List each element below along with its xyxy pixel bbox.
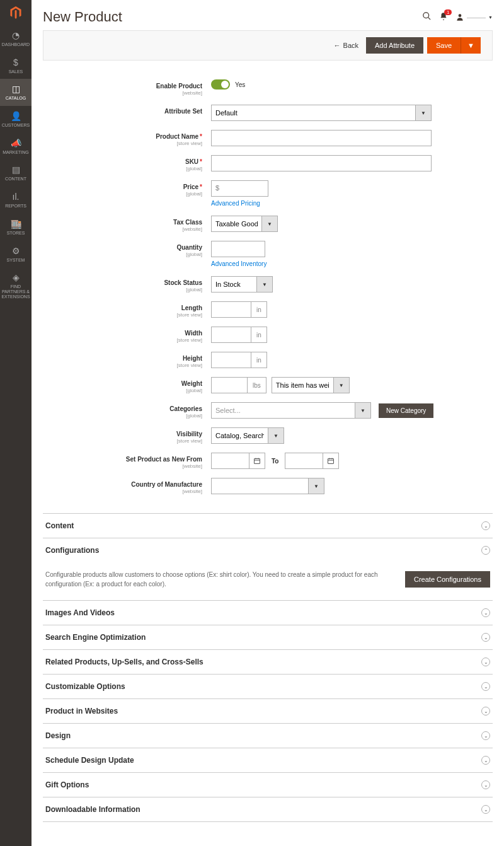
nav-item-sales[interactable]: $SALES [0, 52, 32, 79]
add-attribute-button[interactable]: Add Attribute [366, 37, 423, 54]
svg-point-0 [423, 13, 429, 18]
chevron-down-icon: ⌄ [481, 633, 490, 642]
advanced-pricing-link[interactable]: Advanced Pricing [211, 200, 260, 207]
chevron-up-icon: ⌃ [481, 546, 490, 555]
page-header: New Product 1 ——— ▼ [32, 0, 504, 30]
nav-item-reports[interactable]: ıl.REPORTS [0, 187, 32, 214]
sku-input[interactable] [211, 155, 432, 171]
enable-product-toggle[interactable] [211, 79, 230, 90]
section-toggle[interactable]: Configurations⌃ [43, 538, 493, 562]
section-product-in-websites: Product in Websites⌄ [43, 699, 493, 724]
attribute-set-select[interactable]: ▼ [211, 105, 432, 121]
height-input[interactable] [211, 352, 251, 368]
section-toggle[interactable]: Search Engine Optimization⌄ [43, 625, 493, 649]
chevron-down-icon: ▼ [256, 276, 273, 293]
nav-item-find-partners-extensions[interactable]: ◈FIND PARTNERS & EXTENSIONS [0, 267, 32, 304]
section-toggle[interactable]: Related Products, Up-Sells, and Cross-Se… [43, 650, 493, 674]
nav-item-customers[interactable]: 👤CUSTOMERS [0, 106, 32, 133]
nav-item-catalog[interactable]: ◫CATALOG [0, 79, 32, 106]
section-toggle[interactable]: Gift Options⌄ [43, 773, 493, 797]
nav-item-content[interactable]: ▤CONTENT [0, 159, 32, 187]
section-toggle[interactable]: Schedule Design Update⌄ [43, 748, 493, 772]
field-sku: SKU*[global] [98, 155, 438, 171]
search-icon[interactable] [422, 11, 432, 23]
field-country: Country of Manufacture[website] ▼ [98, 478, 438, 494]
categories-select[interactable]: ▼ [211, 402, 371, 419]
field-new-from: Set Product as New From[website] To [98, 453, 438, 469]
tax-class-select[interactable]: ▼ [211, 216, 278, 232]
admin-sidebar: ◔DASHBOARD$SALES◫CATALOG👤CUSTOMERS📣MARKE… [0, 0, 32, 846]
page-title: New Product [43, 9, 422, 25]
field-visibility: Visibility[store view] ▼ [98, 427, 438, 444]
chevron-down-icon: ⌄ [481, 521, 490, 530]
new-category-button[interactable]: New Category [379, 403, 433, 418]
section-content: Content⌄ [43, 513, 493, 538]
field-categories: Categories[global] ▼ New Category [98, 402, 438, 419]
chevron-down-icon: ▼ [355, 402, 371, 419]
section-toggle[interactable]: Design⌄ [43, 724, 493, 748]
chevron-down-icon: ⌄ [481, 707, 490, 716]
field-length: Length[store view] in [98, 301, 438, 318]
nav-item-dashboard[interactable]: ◔DASHBOARD [0, 25, 32, 52]
chevron-down-icon: ⌄ [481, 682, 490, 691]
width-input[interactable] [211, 327, 251, 343]
chevron-down-icon: ▼ [268, 427, 284, 444]
svg-point-2 [459, 14, 462, 17]
chevron-down-icon: ⌄ [481, 731, 490, 740]
section-images-and-videos: Images And Videos⌄ [43, 601, 493, 625]
field-attribute-set: Attribute Set ▼ [98, 105, 438, 121]
chevron-down-icon: ▼ [261, 216, 278, 232]
country-select[interactable]: ▼ [211, 478, 324, 494]
visibility-select[interactable]: ▼ [211, 427, 284, 444]
back-button[interactable]: ← Back [334, 42, 358, 49]
field-price: Price*[global] $ Advanced Pricing [98, 180, 438, 207]
chevron-down-icon: ⌄ [481, 805, 490, 814]
save-dropdown-toggle[interactable]: ▼ [461, 37, 481, 54]
stock-status-select[interactable]: ▼ [211, 276, 273, 293]
section-design: Design⌄ [43, 724, 493, 748]
new-to-date[interactable] [285, 453, 339, 469]
page-actions-bar: ← Back Add Attribute Save ▼ [43, 30, 493, 61]
section-toggle[interactable]: Product in Websites⌄ [43, 699, 493, 723]
section-downloadable-information: Downloadable Information⌄ [43, 797, 493, 822]
svg-rect-3 [255, 459, 260, 464]
save-button[interactable]: Save [427, 37, 461, 54]
section-toggle[interactable]: Customizable Options⌄ [43, 675, 493, 698]
create-configurations-button[interactable]: Create Configurations [405, 571, 490, 588]
nav-item-system[interactable]: ⚙SYSTEM [0, 241, 32, 268]
chevron-down-icon: ⌄ [481, 608, 490, 617]
chevron-down-icon: ⌄ [481, 658, 490, 666]
nav-item-marketing[interactable]: 📣MARKETING [0, 133, 32, 160]
chevron-down-icon: ▼ [415, 105, 432, 121]
new-from-date[interactable] [211, 453, 265, 469]
notification-badge: 1 [444, 9, 452, 15]
chevron-down-icon: ▼ [308, 478, 324, 494]
section-search-engine-optimization: Search Engine Optimization⌄ [43, 625, 493, 650]
section-configurations: Configurations⌃Configurable products all… [43, 538, 493, 601]
svg-rect-7 [328, 459, 334, 464]
field-width: Width[store view] in [98, 327, 438, 343]
quantity-input[interactable] [211, 241, 265, 257]
length-input[interactable] [211, 301, 251, 318]
calendar-icon [249, 453, 265, 469]
chevron-down-icon: ⌄ [481, 756, 490, 765]
section-customizable-options: Customizable Options⌄ [43, 675, 493, 699]
section-toggle[interactable]: Downloadable Information⌄ [43, 797, 493, 821]
user-menu[interactable]: ——— ▼ [455, 13, 493, 21]
save-button-group: Save ▼ [427, 37, 481, 54]
chevron-down-icon: ▼ [333, 377, 350, 393]
section-gift-options: Gift Options⌄ [43, 773, 493, 797]
advanced-inventory-link[interactable]: Advanced Inventory [211, 260, 266, 267]
section-toggle[interactable]: Content⌄ [43, 514, 493, 538]
nav-item-stores[interactable]: 🏬STORES [0, 214, 32, 241]
notifications-icon[interactable]: 1 [439, 12, 448, 23]
section-related-products-up-sells-and-cross-sells: Related Products, Up-Sells, and Cross-Se… [43, 650, 493, 675]
price-input[interactable] [223, 180, 268, 197]
weight-type-select[interactable]: ▼ [272, 377, 350, 393]
field-tax-class: Tax Class[website] ▼ [98, 216, 438, 232]
field-height: Height[store view] in [98, 352, 438, 368]
section-toggle[interactable]: Images And Videos⌄ [43, 601, 493, 625]
section-schedule-design-update: Schedule Design Update⌄ [43, 748, 493, 773]
weight-input[interactable] [211, 377, 248, 393]
product-name-input[interactable] [211, 130, 432, 146]
